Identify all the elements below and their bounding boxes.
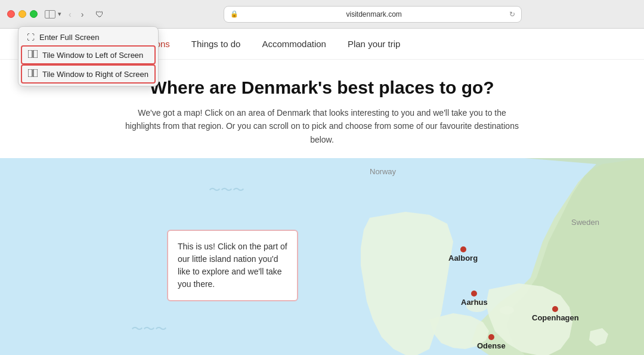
copenhagen-label: Copenhagen [532,313,579,322]
tile-right-icon [28,69,38,79]
address-bar[interactable]: 🔒 visitdenmark.com ↻ [224,6,522,23]
chevron-down-icon: ▾ [58,10,61,18]
aalborg-dot [460,246,466,252]
close-button[interactable] [7,10,15,18]
city-copenhagen[interactable]: Copenhagen [532,306,579,322]
wave-decoration-2: 〜〜〜 [131,321,167,337]
svg-rect-2 [28,69,32,77]
aalborg-label: Aalborg [448,254,478,263]
window-toggle-icon [45,10,55,18]
window-toggle[interactable]: ▾ [45,10,61,18]
odense-label: Odense [477,341,506,350]
odense-dot [488,334,494,340]
svg-rect-1 [33,50,38,58]
menu-item-full-screen-label: Enter Full Screen [39,33,99,42]
menu-item-full-screen[interactable]: ⛶ Enter Full Screen [18,29,158,45]
nav-plan-your-trip[interactable]: Plan your trip [348,39,400,49]
city-odense[interactable]: Odense [477,334,506,350]
menu-item-tile-right-label: Tile Window to Right of Screen [42,70,148,79]
svg-rect-0 [28,50,32,58]
city-aarhus[interactable]: Aarhus [461,291,488,307]
reload-icon[interactable]: ↻ [509,10,515,18]
sweden-label: Sweden [571,218,599,227]
lock-icon: 🔒 [230,10,239,18]
tile-left-icon [28,50,38,60]
wave-decoration-1: 〜〜〜 [209,182,244,198]
maximize-button[interactable] [30,10,38,18]
nav-things-to-do[interactable]: Things to do [191,39,241,49]
svg-point-5 [500,306,514,314]
minimize-button[interactable] [18,10,26,18]
context-menu: ⛶ Enter Full Screen Tile Window to Left … [18,26,159,87]
copenhagen-dot [552,306,558,312]
browser-chrome: ▾ ‹ › 🛡 🔒 visitdenmark.com ↻ ⛶ Enter Ful… [0,0,644,29]
menu-item-tile-left[interactable]: Tile Window to Left of Screen [21,45,156,64]
back-button[interactable]: ‹ [66,8,74,20]
nav-accommodation[interactable]: Accommodation [262,39,326,49]
page-description: We've got a map! Click on an area of Den… [125,106,519,146]
traffic-lights [7,10,38,18]
city-aalborg[interactable]: Aalborg [448,246,478,263]
menu-item-tile-left-label: Tile Window to Left of Screen [42,51,143,60]
map-svg [0,158,644,355]
aarhus-dot [471,291,477,297]
aarhus-label: Aarhus [461,298,488,307]
menu-item-tile-right[interactable]: Tile Window to Right of Screen [21,64,156,84]
norway-label: Norway [370,167,396,176]
full-screen-icon: ⛶ [27,33,35,42]
url-text: visitdenmark.com [242,10,506,18]
forward-button[interactable]: › [79,8,86,20]
shield-icon: 🛡 [95,10,104,19]
map-container[interactable]: 〜〜〜 〜〜〜 Norway Sweden This is us! Click … [0,158,644,355]
map-tooltip: This is us! Click on the part of our lit… [167,230,298,301]
svg-rect-3 [33,69,38,77]
